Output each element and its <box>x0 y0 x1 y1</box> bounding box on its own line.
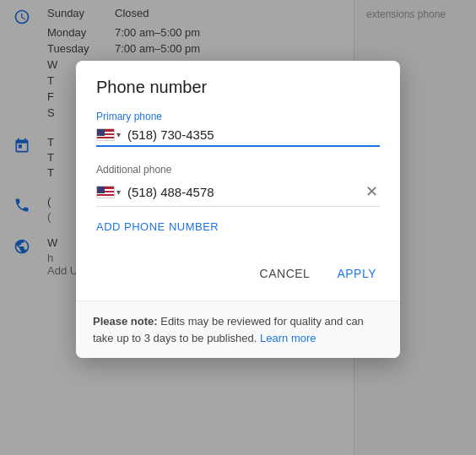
modal-header: Phone number <box>76 61 400 111</box>
additional-phone-field-row[interactable]: ▾ ✕ <box>96 181 380 207</box>
chevron-down-icon-primary: ▾ <box>116 130 121 139</box>
note-bold-text: Please note: <box>93 315 158 328</box>
learn-more-link[interactable]: Learn more <box>260 332 316 344</box>
primary-phone-section: Primary phone ▾ <box>96 111 380 147</box>
modal-title: Phone number <box>96 78 380 97</box>
cancel-button[interactable]: CANCEL <box>250 260 321 287</box>
additional-phone-country-selector[interactable]: ▾ <box>96 186 121 198</box>
modal-body: Primary phone ▾ Additional phone ▾ ✕ <box>76 111 400 253</box>
additional-phone-input[interactable] <box>127 185 364 199</box>
us-flag-primary <box>96 128 115 141</box>
apply-button[interactable]: APPLY <box>327 260 387 287</box>
modal-note: Please note: Edits may be reviewed for q… <box>76 301 400 358</box>
modal-actions: CANCEL APPLY <box>76 253 400 301</box>
add-phone-number-link[interactable]: ADD PHONE NUMBER <box>96 214 219 246</box>
primary-phone-country-selector[interactable]: ▾ <box>96 128 121 141</box>
primary-phone-input[interactable] <box>127 127 380 142</box>
phone-number-modal: Phone number Primary phone ▾ Additional … <box>76 61 400 358</box>
primary-phone-label: Primary phone <box>96 111 380 122</box>
clear-additional-phone-icon[interactable]: ✕ <box>364 181 380 203</box>
chevron-down-icon-additional: ▾ <box>116 187 121 197</box>
additional-phone-section: Additional phone ▾ ✕ <box>96 164 380 207</box>
additional-phone-label: Additional phone <box>96 164 380 176</box>
primary-phone-field-row[interactable]: ▾ <box>96 127 380 147</box>
us-flag-additional <box>96 186 115 198</box>
